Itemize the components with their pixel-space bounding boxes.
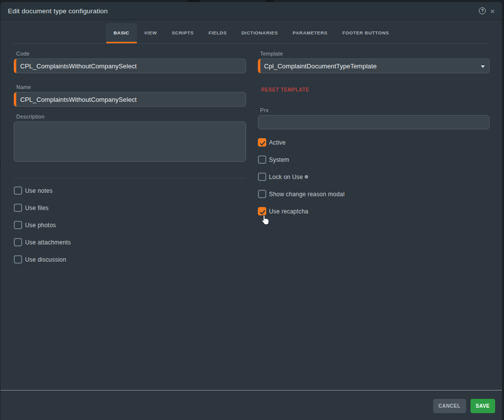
form-left-column: Code CPL_ComplaintsWithoutCompanySelect … <box>14 51 246 272</box>
header-icons: ? × <box>479 7 495 15</box>
checkbox-box <box>258 138 266 147</box>
checkbox-label: Show change reason modal <box>269 191 345 198</box>
checkbox-active[interactable]: Active <box>258 138 490 147</box>
checkbox-box <box>14 238 22 246</box>
template-label: Template <box>260 51 490 57</box>
close-icon[interactable]: × <box>490 7 495 15</box>
dialog-footer: CANCEL SAVE <box>0 390 502 420</box>
checkbox-label: Use discussion <box>25 256 66 263</box>
checkbox-label-text: Lock on Use <box>269 174 303 180</box>
code-input[interactable]: CPL_ComplaintsWithoutCompanySelect <box>14 59 246 73</box>
left-checkbox-list: Use notes Use files Use photos Use attac… <box>14 186 246 264</box>
checkbox-box <box>258 155 266 164</box>
checkbox-label: System <box>269 156 289 163</box>
tab-footer-buttons[interactable]: FOOTER BUTTONS <box>335 23 396 43</box>
checkbox-system[interactable]: System <box>258 155 490 164</box>
checkbox-label: Use notes <box>25 187 53 194</box>
prx-label: Prx <box>260 108 490 113</box>
help-icon[interactable]: ? <box>479 7 486 14</box>
checkbox-label: Use photos <box>25 222 56 229</box>
checkbox-label: Use recaptcha <box>269 208 309 215</box>
edit-document-type-dialog: Edit document type configuration ? × BAS… <box>0 2 502 420</box>
checkbox-use-recaptcha[interactable]: Use recaptcha <box>258 207 490 215</box>
checkbox-label: Active <box>269 139 286 146</box>
description-field-group: Description <box>14 114 246 162</box>
template-select[interactable]: Cpl_ComplaintDocumentTypeTemplate <box>258 59 490 73</box>
checkbox-box <box>14 186 22 195</box>
description-label: Description <box>16 114 246 120</box>
name-input[interactable]: CPL_ComplaintsWithoutCompanySelect <box>14 92 246 107</box>
code-label: Code <box>16 51 246 57</box>
form-body: Code CPL_ComplaintsWithoutCompanySelect … <box>14 51 490 272</box>
description-textarea[interactable] <box>14 121 246 162</box>
template-field-group: Template Cpl_ComplaintDocumentTypeTempla… <box>258 51 490 73</box>
checkbox-label: Use attachments <box>25 239 71 246</box>
dialog-title: Edit document type configuration <box>8 7 108 15</box>
name-value: CPL_ComplaintsWithoutCompanySelect <box>20 96 137 103</box>
cancel-button[interactable]: CANCEL <box>433 399 466 413</box>
code-value: CPL_ComplaintsWithoutCompanySelect <box>20 62 137 70</box>
checkbox-use-notes[interactable]: Use notes <box>14 186 246 195</box>
code-field-group: Code CPL_ComplaintsWithoutCompanySelect <box>14 51 246 73</box>
tab-scripts[interactable]: SCRIPTS <box>164 23 201 43</box>
save-button[interactable]: SAVE <box>471 399 496 413</box>
info-dot-icon <box>305 175 308 179</box>
checkbox-use-photos[interactable]: Use photos <box>14 221 246 229</box>
checkbox-box <box>258 173 266 181</box>
reset-template-button[interactable]: RESET TEMPLATE <box>261 87 310 92</box>
checkbox-lock-on-use[interactable]: Lock on Use <box>258 173 490 181</box>
tab-view[interactable]: VIEW <box>137 23 164 43</box>
chevron-down-icon <box>481 65 485 68</box>
tab-dictionaries[interactable]: DICTIONARIES <box>234 23 285 43</box>
dialog-header: Edit document type configuration ? × <box>0 2 502 20</box>
prx-input[interactable] <box>258 115 490 129</box>
checkbox-box <box>258 190 266 198</box>
right-checkbox-list: Active System Lock on Use Show change re… <box>258 138 490 215</box>
template-value: Cpl_ComplaintDocumentTypeTemplate <box>264 62 377 70</box>
checkbox-box <box>14 204 22 212</box>
name-label: Name <box>16 85 246 90</box>
name-field-group: Name CPL_ComplaintsWithoutCompanySelect <box>14 85 246 107</box>
checkbox-use-files[interactable]: Use files <box>14 204 246 212</box>
tab-fields[interactable]: FIELDS <box>201 23 234 43</box>
tab-parameters[interactable]: PARAMETERS <box>285 23 335 43</box>
checkbox-show-change-reason-modal[interactable]: Show change reason modal <box>258 190 490 198</box>
left-section-divider <box>14 178 246 179</box>
tab-basic[interactable]: BASIC <box>106 23 137 43</box>
tabs-bar: BASIC VIEW SCRIPTS FIELDS DICTIONARIES P… <box>13 23 489 44</box>
prx-field-group: Prx <box>258 108 490 129</box>
form-right-column: Template Cpl_ComplaintDocumentTypeTempla… <box>258 51 490 272</box>
checkbox-label: Use files <box>25 205 49 211</box>
checkbox-box <box>258 207 266 215</box>
checkbox-box <box>14 255 22 264</box>
checkbox-box <box>14 221 22 229</box>
checkbox-use-discussion[interactable]: Use discussion <box>14 255 246 264</box>
checkbox-use-attachments[interactable]: Use attachments <box>14 238 246 246</box>
checkbox-label: Lock on Use <box>269 174 309 180</box>
